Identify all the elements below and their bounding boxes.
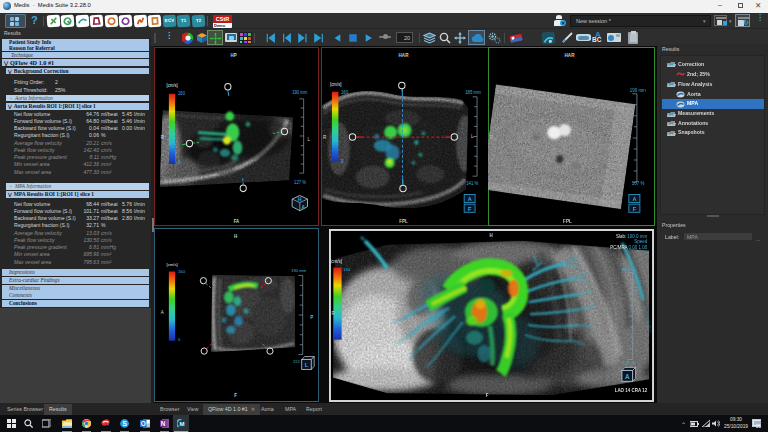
svg-text:F: F bbox=[234, 393, 237, 398]
svg-text:190 mm: 190 mm bbox=[292, 89, 308, 94]
svg-text:H: H bbox=[298, 196, 302, 201]
svg-text:LAO 14 CRA 12: LAO 14 CRA 12 bbox=[615, 388, 648, 393]
svg-text:F: F bbox=[486, 393, 489, 398]
svg-text:[cm/s]: [cm/s] bbox=[166, 262, 177, 267]
svg-text:[cm/s]: [cm/s] bbox=[330, 259, 342, 264]
svg-text:A: A bbox=[161, 310, 164, 315]
svg-text:160: 160 bbox=[341, 89, 349, 94]
svg-text:160: 160 bbox=[343, 266, 351, 271]
svg-text:[cm/s]: [cm/s] bbox=[330, 81, 342, 86]
svg-text:HAR: HAR bbox=[564, 53, 575, 58]
svg-text:P: P bbox=[310, 315, 313, 320]
svg-text:F: F bbox=[633, 205, 637, 211]
svg-text:A: A bbox=[468, 196, 472, 202]
svg-text:A: A bbox=[625, 373, 630, 380]
svg-text:90 mm: 90 mm bbox=[622, 266, 635, 271]
svg-text:H: H bbox=[489, 233, 492, 238]
svg-text:[cm/s]: [cm/s] bbox=[166, 82, 177, 87]
svg-text:A: A bbox=[632, 196, 636, 202]
svg-text:A: A bbox=[301, 204, 305, 209]
svg-text:PC/MRA 0.00 1.00: PC/MRA 0.00 1.00 bbox=[610, 245, 647, 250]
svg-text:141 %: 141 % bbox=[466, 181, 478, 186]
svg-text:HP: HP bbox=[231, 53, 237, 58]
svg-text:Slab: 100.0 mm: Slab: 100.0 mm bbox=[616, 234, 647, 239]
svg-text:107 %: 107 % bbox=[632, 181, 645, 186]
svg-text:190 mm: 190 mm bbox=[291, 268, 307, 273]
svg-text:160: 160 bbox=[178, 91, 186, 96]
svg-text:185 mm: 185 mm bbox=[465, 90, 481, 95]
svg-text:M: M bbox=[180, 421, 185, 427]
svg-text:FPL: FPL bbox=[399, 218, 408, 223]
svg-text:S: S bbox=[122, 420, 127, 427]
svg-text:L: L bbox=[471, 133, 474, 138]
svg-text:L: L bbox=[305, 362, 309, 368]
svg-text:N: N bbox=[161, 420, 166, 427]
svg-text:190 mm: 190 mm bbox=[630, 87, 646, 92]
svg-text:FA: FA bbox=[234, 218, 240, 223]
svg-text:160: 160 bbox=[178, 269, 186, 274]
svg-text:225 %: 225 % bbox=[623, 360, 635, 365]
svg-text:H: H bbox=[234, 234, 237, 239]
svg-text:FPL: FPL bbox=[563, 218, 572, 223]
svg-text:Speed: Speed bbox=[634, 239, 647, 244]
svg-text:HAR: HAR bbox=[399, 53, 410, 58]
svg-text:127 %: 127 % bbox=[294, 180, 306, 185]
svg-text:O: O bbox=[141, 420, 146, 427]
